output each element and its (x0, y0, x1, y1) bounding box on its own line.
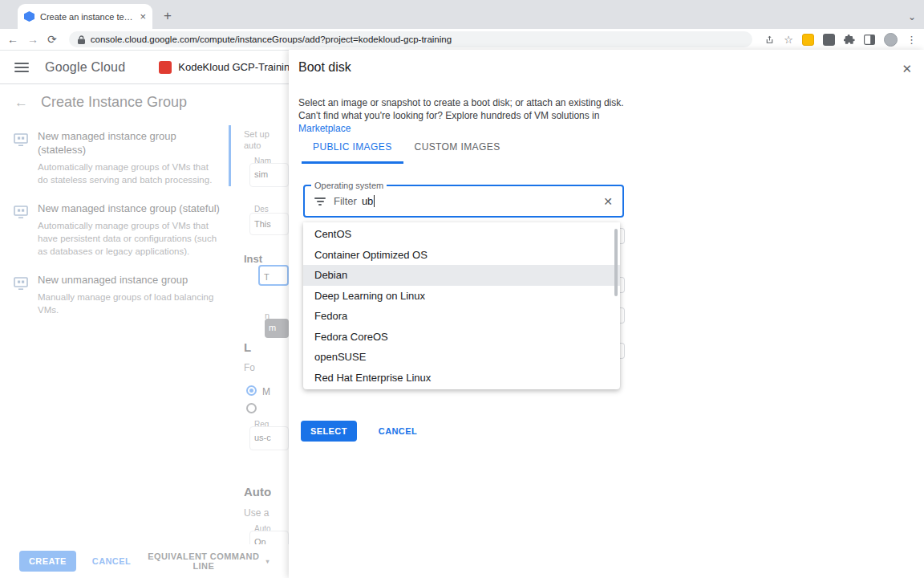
filter-prefix-text: Filter (334, 195, 357, 207)
dialog-actions: SELECT CANCEL (301, 421, 417, 442)
browser-tab[interactable]: Create an instance template × (18, 4, 152, 29)
text-cursor (374, 195, 375, 207)
tab-public-images[interactable]: PUBLIC IMAGES (302, 132, 403, 164)
clear-filter-icon[interactable]: ✕ (603, 195, 613, 208)
project-selector[interactable]: KodeKloud GCP-Training ▾ (159, 61, 306, 74)
tab-favicon-icon (24, 11, 34, 22)
dialog-description-text: Select an image or snapshot to create a … (298, 97, 624, 121)
boot-disk-dialog: Boot disk ✕ Select an image or snapshot … (289, 50, 924, 578)
occluded-field-edge (620, 277, 625, 293)
occluded-field-edge (620, 343, 625, 359)
extension-icon[interactable] (823, 34, 835, 46)
image-source-tabs: PUBLIC IMAGES CUSTOM IMAGES (302, 132, 512, 164)
tab-search-chevron-icon[interactable]: ⌄ (908, 11, 916, 22)
address-bar[interactable]: console.cloud.google.com/compute/instanc… (69, 31, 753, 47)
browser-chrome: Create an instance template × + ⌄ ← → ⟳ … (0, 0, 924, 51)
extensions-puzzle-icon[interactable] (844, 34, 855, 45)
browser-menu-kebab-icon[interactable]: ⋮ (906, 34, 917, 46)
project-name: KodeKloud GCP-Training (178, 61, 295, 73)
profile-avatar[interactable] (884, 33, 898, 47)
project-logo-icon (159, 61, 172, 74)
lock-icon (78, 35, 85, 44)
bookmark-star-icon[interactable]: ☆ (784, 34, 793, 46)
os-option-selected[interactable]: Debian (303, 265, 620, 286)
hamburger-menu-icon[interactable] (14, 63, 29, 72)
new-tab-button[interactable]: + (164, 8, 172, 24)
operating-system-combobox[interactable]: Operating system Filter ub ✕ (303, 185, 624, 218)
share-icon[interactable] (764, 35, 775, 45)
os-options-dropdown: CentOS Container Optimized OS Debian Dee… (303, 222, 620, 389)
browser-toolbar: ← → ⟳ console.cloud.google.com/compute/i… (0, 29, 924, 51)
google-cloud-logo: Google Cloud (45, 60, 125, 75)
back-nav-icon[interactable]: ← (7, 34, 18, 45)
os-option[interactable]: Deep Learning on Linux (303, 286, 620, 307)
os-option[interactable]: Red Hat Enterprise Linux (303, 368, 620, 389)
occluded-field-edge (620, 307, 625, 324)
operating-system-label: Operating system (311, 181, 387, 190)
filter-icon (314, 197, 326, 206)
tab-custom-images[interactable]: CUSTOM IMAGES (403, 132, 512, 164)
dialog-description: Select an image or snapshot to create a … (298, 96, 630, 136)
os-option[interactable]: openSUSE (303, 347, 620, 368)
dropdown-scrollbar[interactable] (614, 229, 618, 296)
filter-input-value[interactable]: ub (362, 195, 373, 207)
url-text: console.cloud.google.com/compute/instanc… (91, 35, 452, 44)
tab-close-icon[interactable]: × (140, 10, 146, 22)
os-option[interactable]: Fedora CoreOS (303, 327, 620, 348)
dialog-close-icon[interactable]: ✕ (902, 62, 912, 76)
forward-nav-icon[interactable]: → (27, 34, 38, 45)
dialog-title: Boot disk (298, 60, 351, 75)
tab-strip: Create an instance template × + ⌄ (0, 0, 924, 29)
os-option[interactable]: Container Optimized OS (303, 245, 620, 266)
os-option[interactable]: Fedora (303, 306, 620, 327)
side-panel-icon[interactable] (864, 35, 875, 45)
os-option[interactable]: CentOS (303, 224, 620, 245)
extension-icon[interactable] (802, 34, 814, 46)
dialog-cancel-button[interactable]: CANCEL (379, 426, 417, 436)
tab-title: Create an instance template (40, 12, 134, 22)
reload-icon[interactable]: ⟳ (47, 34, 57, 45)
select-button[interactable]: SELECT (301, 421, 357, 442)
occluded-field-edge (620, 228, 625, 244)
